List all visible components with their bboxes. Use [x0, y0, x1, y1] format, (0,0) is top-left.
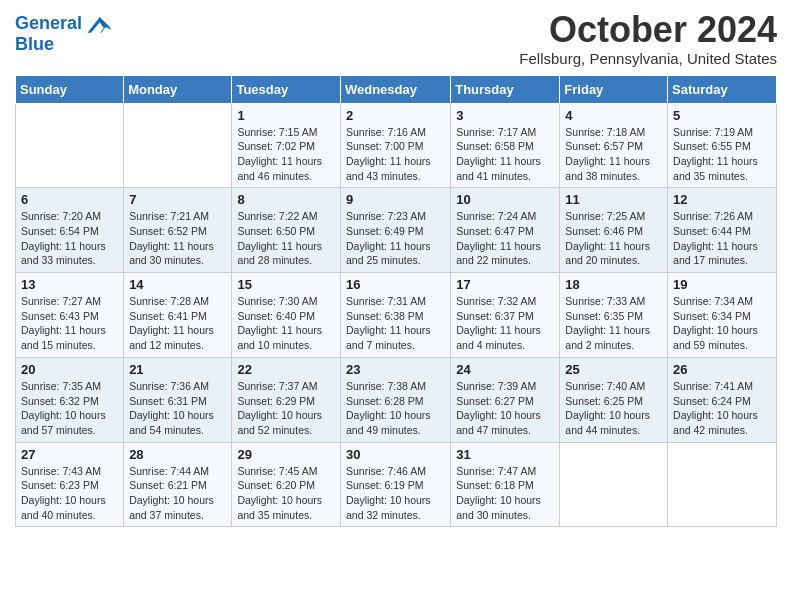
day-number: 3 — [456, 108, 554, 123]
day-number: 12 — [673, 192, 771, 207]
day-number: 7 — [129, 192, 226, 207]
day-number: 23 — [346, 362, 445, 377]
calendar-cell: 19Sunrise: 7:34 AM Sunset: 6:34 PM Dayli… — [668, 273, 777, 358]
calendar-cell — [560, 442, 668, 527]
day-number: 9 — [346, 192, 445, 207]
svg-marker-1 — [100, 24, 112, 33]
day-number: 30 — [346, 447, 445, 462]
calendar-cell: 10Sunrise: 7:24 AM Sunset: 6:47 PM Dayli… — [451, 188, 560, 273]
day-header-friday: Friday — [560, 75, 668, 103]
day-number: 31 — [456, 447, 554, 462]
day-info: Sunrise: 7:37 AM Sunset: 6:29 PM Dayligh… — [237, 379, 335, 438]
day-number: 15 — [237, 277, 335, 292]
calendar-cell — [668, 442, 777, 527]
calendar-cell: 2Sunrise: 7:16 AM Sunset: 7:00 PM Daylig… — [340, 103, 450, 188]
calendar-header-row: SundayMondayTuesdayWednesdayThursdayFrid… — [16, 75, 777, 103]
day-info: Sunrise: 7:18 AM Sunset: 6:57 PM Dayligh… — [565, 125, 662, 184]
day-number: 20 — [21, 362, 118, 377]
day-number: 5 — [673, 108, 771, 123]
calendar-cell: 11Sunrise: 7:25 AM Sunset: 6:46 PM Dayli… — [560, 188, 668, 273]
day-number: 29 — [237, 447, 335, 462]
day-info: Sunrise: 7:16 AM Sunset: 7:00 PM Dayligh… — [346, 125, 445, 184]
day-number: 2 — [346, 108, 445, 123]
day-info: Sunrise: 7:31 AM Sunset: 6:38 PM Dayligh… — [346, 294, 445, 353]
day-header-saturday: Saturday — [668, 75, 777, 103]
day-info: Sunrise: 7:28 AM Sunset: 6:41 PM Dayligh… — [129, 294, 226, 353]
day-info: Sunrise: 7:24 AM Sunset: 6:47 PM Dayligh… — [456, 209, 554, 268]
calendar-cell: 29Sunrise: 7:45 AM Sunset: 6:20 PM Dayli… — [232, 442, 341, 527]
month-title: October 2024 — [519, 10, 777, 50]
calendar-cell: 5Sunrise: 7:19 AM Sunset: 6:55 PM Daylig… — [668, 103, 777, 188]
calendar-cell — [124, 103, 232, 188]
day-number: 17 — [456, 277, 554, 292]
day-info: Sunrise: 7:17 AM Sunset: 6:58 PM Dayligh… — [456, 125, 554, 184]
day-number: 26 — [673, 362, 771, 377]
day-number: 18 — [565, 277, 662, 292]
day-info: Sunrise: 7:15 AM Sunset: 7:02 PM Dayligh… — [237, 125, 335, 184]
day-info: Sunrise: 7:43 AM Sunset: 6:23 PM Dayligh… — [21, 464, 118, 523]
day-info: Sunrise: 7:45 AM Sunset: 6:20 PM Dayligh… — [237, 464, 335, 523]
day-info: Sunrise: 7:32 AM Sunset: 6:37 PM Dayligh… — [456, 294, 554, 353]
header: General Blue October 2024 Fellsburg, Pen… — [15, 10, 777, 67]
day-number: 16 — [346, 277, 445, 292]
day-number: 27 — [21, 447, 118, 462]
day-number: 10 — [456, 192, 554, 207]
calendar-cell: 16Sunrise: 7:31 AM Sunset: 6:38 PM Dayli… — [340, 273, 450, 358]
calendar-cell: 7Sunrise: 7:21 AM Sunset: 6:52 PM Daylig… — [124, 188, 232, 273]
day-number: 11 — [565, 192, 662, 207]
calendar-cell: 14Sunrise: 7:28 AM Sunset: 6:41 PM Dayli… — [124, 273, 232, 358]
day-number: 25 — [565, 362, 662, 377]
day-info: Sunrise: 7:26 AM Sunset: 6:44 PM Dayligh… — [673, 209, 771, 268]
calendar-cell: 28Sunrise: 7:44 AM Sunset: 6:21 PM Dayli… — [124, 442, 232, 527]
day-info: Sunrise: 7:22 AM Sunset: 6:50 PM Dayligh… — [237, 209, 335, 268]
calendar-cell: 17Sunrise: 7:32 AM Sunset: 6:37 PM Dayli… — [451, 273, 560, 358]
day-info: Sunrise: 7:27 AM Sunset: 6:43 PM Dayligh… — [21, 294, 118, 353]
day-header-thursday: Thursday — [451, 75, 560, 103]
day-number: 22 — [237, 362, 335, 377]
week-row-4: 20Sunrise: 7:35 AM Sunset: 6:32 PM Dayli… — [16, 357, 777, 442]
day-number: 28 — [129, 447, 226, 462]
day-info: Sunrise: 7:40 AM Sunset: 6:25 PM Dayligh… — [565, 379, 662, 438]
calendar-cell: 23Sunrise: 7:38 AM Sunset: 6:28 PM Dayli… — [340, 357, 450, 442]
day-number: 19 — [673, 277, 771, 292]
day-number: 14 — [129, 277, 226, 292]
day-header-tuesday: Tuesday — [232, 75, 341, 103]
logo: General Blue — [15, 10, 112, 55]
day-info: Sunrise: 7:38 AM Sunset: 6:28 PM Dayligh… — [346, 379, 445, 438]
day-header-wednesday: Wednesday — [340, 75, 450, 103]
week-row-2: 6Sunrise: 7:20 AM Sunset: 6:54 PM Daylig… — [16, 188, 777, 273]
calendar-cell: 18Sunrise: 7:33 AM Sunset: 6:35 PM Dayli… — [560, 273, 668, 358]
week-row-3: 13Sunrise: 7:27 AM Sunset: 6:43 PM Dayli… — [16, 273, 777, 358]
day-info: Sunrise: 7:35 AM Sunset: 6:32 PM Dayligh… — [21, 379, 118, 438]
day-number: 1 — [237, 108, 335, 123]
day-info: Sunrise: 7:47 AM Sunset: 6:18 PM Dayligh… — [456, 464, 554, 523]
calendar-cell: 21Sunrise: 7:36 AM Sunset: 6:31 PM Dayli… — [124, 357, 232, 442]
logo-text: General — [15, 14, 82, 34]
day-number: 13 — [21, 277, 118, 292]
calendar-cell: 25Sunrise: 7:40 AM Sunset: 6:25 PM Dayli… — [560, 357, 668, 442]
day-number: 21 — [129, 362, 226, 377]
day-info: Sunrise: 7:33 AM Sunset: 6:35 PM Dayligh… — [565, 294, 662, 353]
day-info: Sunrise: 7:39 AM Sunset: 6:27 PM Dayligh… — [456, 379, 554, 438]
calendar-cell: 8Sunrise: 7:22 AM Sunset: 6:50 PM Daylig… — [232, 188, 341, 273]
calendar-table: SundayMondayTuesdayWednesdayThursdayFrid… — [15, 75, 777, 528]
calendar-cell: 13Sunrise: 7:27 AM Sunset: 6:43 PM Dayli… — [16, 273, 124, 358]
calendar-cell: 3Sunrise: 7:17 AM Sunset: 6:58 PM Daylig… — [451, 103, 560, 188]
calendar-cell: 27Sunrise: 7:43 AM Sunset: 6:23 PM Dayli… — [16, 442, 124, 527]
title-block: October 2024 Fellsburg, Pennsylvania, Un… — [519, 10, 777, 67]
calendar-cell: 15Sunrise: 7:30 AM Sunset: 6:40 PM Dayli… — [232, 273, 341, 358]
location: Fellsburg, Pennsylvania, United States — [519, 50, 777, 67]
calendar-cell: 6Sunrise: 7:20 AM Sunset: 6:54 PM Daylig… — [16, 188, 124, 273]
calendar-cell: 30Sunrise: 7:46 AM Sunset: 6:19 PM Dayli… — [340, 442, 450, 527]
calendar-cell: 31Sunrise: 7:47 AM Sunset: 6:18 PM Dayli… — [451, 442, 560, 527]
day-info: Sunrise: 7:34 AM Sunset: 6:34 PM Dayligh… — [673, 294, 771, 353]
week-row-5: 27Sunrise: 7:43 AM Sunset: 6:23 PM Dayli… — [16, 442, 777, 527]
day-info: Sunrise: 7:23 AM Sunset: 6:49 PM Dayligh… — [346, 209, 445, 268]
day-number: 6 — [21, 192, 118, 207]
day-info: Sunrise: 7:25 AM Sunset: 6:46 PM Dayligh… — [565, 209, 662, 268]
calendar-cell: 4Sunrise: 7:18 AM Sunset: 6:57 PM Daylig… — [560, 103, 668, 188]
logo-icon — [84, 10, 112, 38]
week-row-1: 1Sunrise: 7:15 AM Sunset: 7:02 PM Daylig… — [16, 103, 777, 188]
day-number: 4 — [565, 108, 662, 123]
calendar-cell: 12Sunrise: 7:26 AM Sunset: 6:44 PM Dayli… — [668, 188, 777, 273]
